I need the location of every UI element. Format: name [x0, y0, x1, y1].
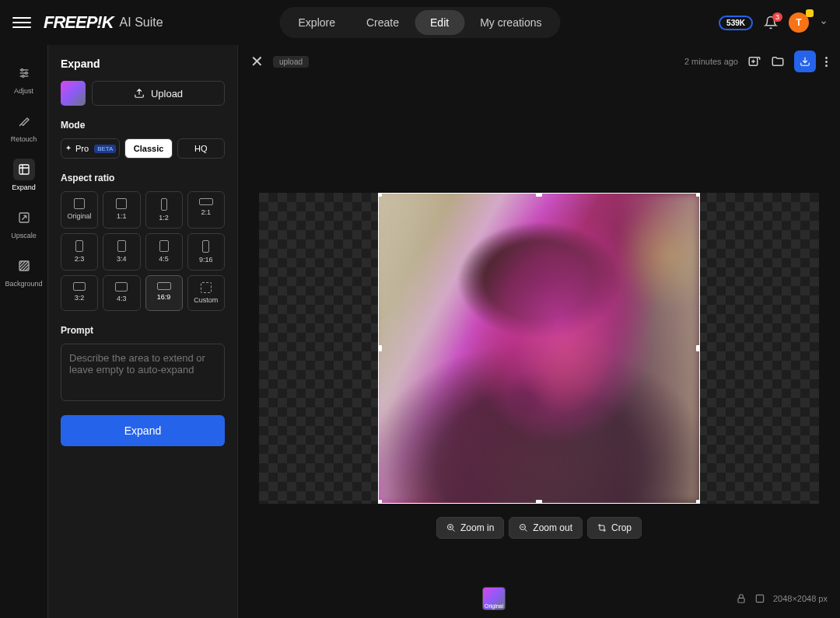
tool-upscale[interactable]: Upscale: [0, 199, 47, 247]
ratio-9-16[interactable]: 9:16: [187, 233, 225, 271]
svg-rect-13: [756, 595, 763, 602]
handle-mid-left[interactable]: [378, 345, 382, 351]
handle-top-right[interactable]: [696, 193, 700, 197]
prompt-label: Prompt: [61, 325, 225, 336]
tool-label: Retouch: [11, 135, 37, 143]
zoom-out-icon: [519, 523, 528, 532]
svg-point-5: [22, 75, 24, 78]
zoom-controls: Zoom in Zoom out Crop: [436, 517, 642, 539]
tool-retouch[interactable]: Retouch: [0, 103, 47, 151]
download-icon: [800, 56, 810, 67]
canvas-header: ✕ upload 2 minutes ago: [238, 45, 840, 78]
more-options-icon[interactable]: [825, 57, 828, 67]
svg-point-4: [25, 72, 27, 75]
folder-icon[interactable]: [771, 54, 785, 68]
zoom-in-button[interactable]: Zoom in: [436, 517, 504, 539]
logo-suffix: AI Suite: [120, 16, 163, 30]
tool-label: Background: [5, 280, 42, 288]
handle-top-mid[interactable]: [536, 193, 542, 197]
tool-label: Adjust: [14, 87, 33, 95]
upscale-icon: [18, 211, 30, 224]
zoom-out-button[interactable]: Zoom out: [509, 517, 583, 539]
lock-icon[interactable]: [736, 593, 747, 604]
close-icon[interactable]: ✕: [250, 52, 264, 71]
current-image-thumb[interactable]: [61, 81, 86, 106]
beta-tag: BETA: [94, 145, 116, 153]
retouch-icon: [18, 115, 30, 127]
handle-bottom-right[interactable]: [696, 500, 700, 504]
ratio-16-9[interactable]: 16:9: [145, 275, 183, 311]
tool-label: Upscale: [11, 232, 37, 239]
adjust-icon: [18, 67, 30, 79]
time-ago: 2 minutes ago: [684, 57, 738, 66]
nav-explore[interactable]: Explore: [283, 10, 351, 35]
ratio-original[interactable]: Original: [61, 191, 98, 229]
ratio-3-2[interactable]: 3:2: [61, 275, 98, 311]
mode-label: Mode: [61, 120, 225, 131]
aspect-ratio-grid: Original 1:1 1:2 2:1 2:3 3:4 4:5 9:16 3:…: [61, 191, 225, 311]
mode-pro[interactable]: Pro BETA: [61, 138, 120, 159]
ratio-custom[interactable]: Custom: [187, 275, 225, 311]
tool-adjust[interactable]: Adjust: [0, 54, 47, 103]
handle-bottom-mid[interactable]: [536, 500, 542, 504]
tool-expand[interactable]: Expand: [0, 151, 47, 199]
add-to-icon[interactable]: [747, 54, 761, 68]
app-header: FREEP!K AI Suite Explore Create Edit My …: [0, 0, 840, 45]
image-subject: [379, 194, 699, 503]
tool-background[interactable]: Background: [0, 247, 47, 295]
svg-rect-12: [738, 598, 744, 602]
main-nav: Explore Create Edit My creations: [280, 7, 561, 38]
dimensions-readout: 2048×2048 px: [773, 594, 828, 603]
nav-create[interactable]: Create: [351, 10, 415, 35]
upload-label: Upload: [151, 88, 183, 100]
handle-top-left[interactable]: [378, 193, 382, 197]
prompt-input[interactable]: [61, 344, 225, 401]
ratio-1-1[interactable]: 1:1: [103, 191, 140, 229]
notification-badge: 3: [772, 12, 782, 22]
avatar-letter: T: [796, 17, 801, 28]
user-avatar[interactable]: T: [789, 12, 809, 33]
balance-pill[interactable]: 539K: [719, 16, 753, 30]
crop-icon: [597, 523, 607, 532]
handle-bottom-left[interactable]: [378, 500, 382, 504]
panel-title: Expand: [61, 58, 225, 70]
upload-icon: [134, 88, 145, 99]
avatar-badge: [806, 9, 814, 17]
nav-my-creations[interactable]: My creations: [464, 10, 557, 35]
expand-panel: Expand Upload Mode Pro BETA Classic HQ A…: [48, 45, 238, 618]
zoom-in-icon: [446, 523, 456, 532]
footer-bar: Original 2048×2048 px: [482, 587, 828, 610]
svg-point-3: [21, 69, 23, 72]
tool-rail: Adjust Retouch Expand Upscale Background: [0, 45, 48, 618]
ratio-4-3[interactable]: 4:3: [103, 275, 140, 311]
ratio-3-4[interactable]: 3:4: [103, 233, 140, 271]
logo[interactable]: FREEP!K: [44, 12, 114, 33]
hamburger-menu-icon[interactable]: [12, 13, 31, 32]
svg-rect-6: [19, 165, 29, 174]
background-icon: [18, 260, 30, 272]
ratio-1-2[interactable]: 1:2: [145, 191, 183, 229]
expand-icon: [18, 163, 30, 176]
original-label: Original: [485, 603, 503, 609]
transparency-background: [259, 193, 819, 504]
notifications-button[interactable]: 3: [764, 16, 778, 30]
tool-label: Expand: [12, 183, 36, 191]
expand-button[interactable]: Expand: [61, 415, 225, 446]
aspect-ratio-label: Aspect ratio: [61, 173, 225, 183]
selection-frame[interactable]: [378, 193, 700, 504]
mode-classic[interactable]: Classic: [124, 138, 172, 159]
download-button[interactable]: [794, 51, 816, 72]
original-thumb[interactable]: Original: [482, 587, 506, 610]
sparkle-icon: [65, 145, 72, 152]
dimensions-icon: [754, 593, 765, 604]
ratio-2-1[interactable]: 2:1: [187, 191, 225, 229]
chevron-down-icon[interactable]: [820, 19, 828, 26]
ratio-2-3[interactable]: 2:3: [61, 233, 98, 271]
crop-button[interactable]: Crop: [587, 517, 642, 539]
nav-edit[interactable]: Edit: [415, 10, 464, 35]
ratio-4-5[interactable]: 4:5: [145, 233, 183, 271]
mode-hq[interactable]: HQ: [177, 138, 225, 159]
upload-tag: upload: [273, 56, 309, 68]
handle-mid-right[interactable]: [696, 345, 700, 351]
upload-button[interactable]: Upload: [92, 81, 225, 106]
